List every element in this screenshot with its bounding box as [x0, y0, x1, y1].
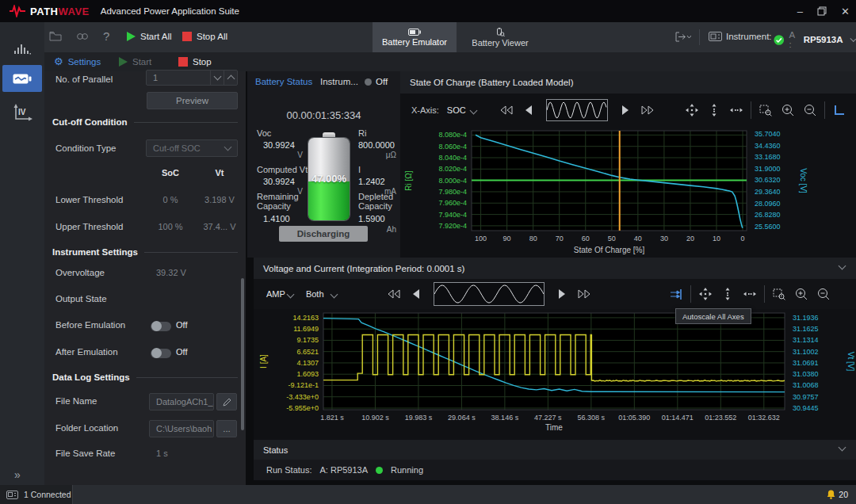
svg-text:7.980e-4: 7.980e-4 — [438, 188, 467, 196]
skip-forward-icon[interactable] — [573, 284, 595, 304]
svg-text:9.1735: 9.1735 — [296, 336, 319, 344]
chevron-down-icon — [469, 107, 477, 115]
folder-location-input[interactable]: C:\Users\baoh — [149, 420, 214, 437]
before-emulation-toggle[interactable] — [151, 322, 171, 331]
condition-type-select[interactable]: Cut-off SOC — [146, 139, 238, 157]
no-parallel-input[interactable]: 1 — [146, 70, 238, 86]
soc-chart[interactable]: 10090807060504030201008.080e-48.060e-48.… — [400, 127, 856, 258]
stop-all-button[interactable]: Stop All — [182, 32, 227, 41]
svg-text:1.6093: 1.6093 — [296, 370, 319, 378]
axes-icon[interactable] — [828, 100, 850, 120]
zoom-box-icon[interactable] — [768, 284, 790, 304]
step-forward-icon[interactable] — [614, 100, 636, 120]
help-icon[interactable]: ? — [103, 29, 109, 43]
autoscale-y-icon[interactable] — [717, 284, 739, 304]
stop-button[interactable]: Stop — [178, 57, 212, 67]
autoscale-x-icon[interactable] — [739, 284, 761, 304]
follow-latest-icon[interactable] — [665, 284, 687, 304]
scrollbar-thumb[interactable] — [241, 278, 244, 430]
tab-battery-status[interactable]: Battery Status — [255, 77, 312, 86]
discharging-button[interactable]: Discharging — [279, 226, 368, 242]
amp-select[interactable]: AMP — [266, 289, 293, 299]
before-emulation-state: Off — [176, 320, 187, 330]
skip-back-icon[interactable] — [495, 100, 518, 120]
svg-text:80: 80 — [529, 235, 537, 242]
minimize-button[interactable]: – — [797, 6, 803, 17]
autoscale-x-icon[interactable] — [725, 100, 747, 120]
svg-text:20: 20 — [686, 235, 694, 242]
waveform-preview[interactable] — [546, 99, 608, 121]
soc-panel: State Of Charge (Battery Loaded Model) X… — [400, 71, 856, 258]
tab-instrument-status[interactable]: Instrum... — [320, 77, 358, 86]
start-button[interactable]: Start — [119, 57, 151, 67]
export-icon[interactable] — [675, 32, 691, 42]
svg-text:01:23.552: 01:23.552 — [705, 414, 736, 422]
tab-battery-viewer[interactable]: Battery Viewer — [458, 22, 542, 52]
status-check-icon — [774, 34, 785, 46]
step-forward-icon[interactable] — [551, 284, 573, 304]
maximize-button[interactable] — [817, 6, 827, 16]
svg-text:100: 100 — [475, 235, 487, 242]
settings-button[interactable]: ⚙ Settings — [54, 55, 101, 67]
skip-back-icon[interactable] — [383, 284, 405, 304]
trace-select[interactable]: Both — [306, 289, 337, 299]
battery-icon — [408, 29, 421, 36]
zoom-in-icon[interactable] — [777, 100, 799, 120]
zoom-in-icon[interactable] — [790, 284, 812, 304]
app-subtitle: Advanced Power Application Suite — [101, 6, 239, 16]
battery-status-panel: Battery Status Instrum... Off 00.00:01:3… — [247, 71, 400, 258]
depleted-capacity-value: 1.5900 — [358, 214, 385, 223]
open-icon[interactable] — [49, 31, 62, 41]
battery-search-icon — [495, 28, 505, 36]
alerts-indicator[interactable]: 20 — [827, 485, 848, 504]
svg-text:Ri [Ω]: Ri [Ω] — [404, 170, 413, 190]
spinner-down-button[interactable] — [210, 71, 224, 85]
instrument-selector[interactable]: A : RP5913A — [774, 30, 856, 49]
svg-text:29.3640: 29.3640 — [755, 188, 781, 196]
zoom-out-icon[interactable] — [799, 100, 821, 120]
file-name-input[interactable]: DatalogACh1_2 — [149, 393, 214, 410]
stop-icon — [182, 32, 192, 41]
connected-indicator[interactable]: 1 Connected — [0, 485, 73, 504]
skip-forward-icon[interactable] — [636, 100, 659, 120]
zoom-out-icon[interactable] — [812, 284, 835, 304]
data-log-settings-header: Data Log Settings — [52, 372, 238, 382]
step-back-icon[interactable] — [518, 100, 540, 120]
link-icon[interactable] — [76, 31, 89, 42]
double-chevron-right-icon: » — [14, 468, 21, 481]
sidebar-item-iv-curve[interactable]: IV — [0, 98, 44, 128]
browse-folder-button[interactable]: ... — [216, 420, 237, 437]
spinner-up-button[interactable] — [224, 71, 237, 85]
preview-button[interactable]: Preview — [147, 92, 238, 109]
power-state-icon — [365, 78, 372, 86]
zoom-box-icon[interactable] — [755, 100, 777, 120]
x-axis-select[interactable]: SOC — [447, 105, 476, 115]
play-icon — [119, 57, 128, 67]
play-icon — [127, 32, 136, 41]
waveform-preview[interactable] — [434, 282, 545, 306]
step-back-icon[interactable] — [405, 284, 427, 304]
vc-chart[interactable]: 1.821 s10.902 s19.983 s29.064 s38.146 s4… — [254, 309, 856, 440]
tab-battery-emulator[interactable]: Battery Emulator — [373, 22, 457, 52]
after-emulation-toggle[interactable] — [151, 349, 171, 358]
close-button[interactable]: ✕ — [841, 6, 850, 17]
nav-sidebar: IV » — [0, 22, 44, 485]
autoscale-all-icon[interactable] — [694, 284, 717, 304]
after-emulation-state: Off — [176, 347, 187, 357]
voc-label: Voc — [257, 128, 271, 138]
svg-text:-3.433e+0: -3.433e+0 — [286, 393, 319, 401]
sidebar-item-battery-emulator[interactable] — [2, 65, 42, 92]
vt-column-header: Vt — [197, 168, 243, 178]
autoscale-y-icon[interactable] — [703, 100, 725, 120]
autoscale-all-icon[interactable] — [681, 100, 703, 120]
edit-file-name-button[interactable] — [216, 393, 237, 410]
status-section-header[interactable]: Status — [254, 440, 856, 460]
soc-column-header: SoC — [147, 168, 193, 178]
svg-text:1.821 s: 1.821 s — [320, 414, 344, 422]
collapse-chevron-icon — [839, 444, 846, 452]
vc-section-header[interactable]: Voltage and Current (Integration Period:… — [254, 258, 856, 279]
start-all-button[interactable]: Start All — [127, 32, 172, 41]
svg-text:8.000e-4: 8.000e-4 — [438, 177, 467, 185]
sidebar-item-measurements[interactable] — [0, 33, 44, 63]
soc-panel-title: State Of Charge (Battery Loaded Model) — [400, 71, 856, 94]
